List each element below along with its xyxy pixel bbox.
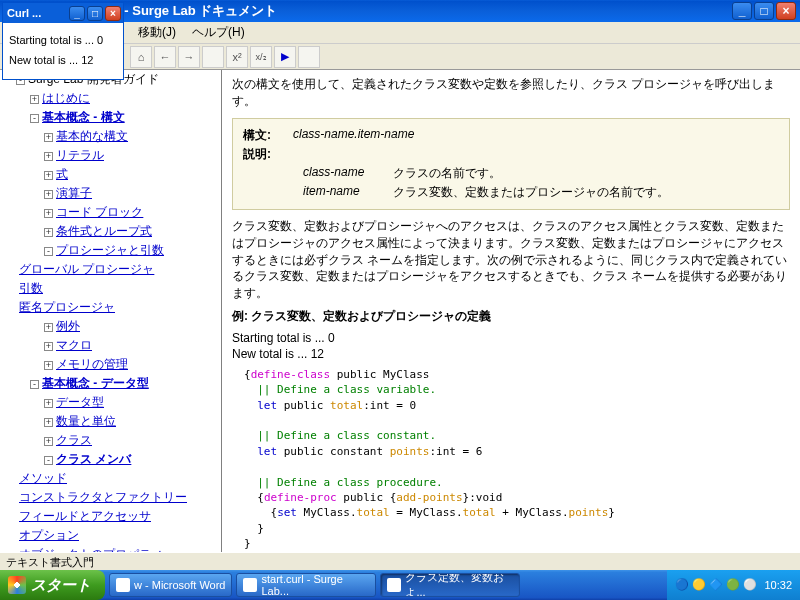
tree-item-label[interactable]: 基本概念 - 構文 (42, 110, 125, 124)
output-line-2: New total is ... 12 (232, 347, 790, 361)
tree-item[interactable]: フィールドとアクセッサ (0, 507, 221, 526)
tree-item-label[interactable]: 演算子 (56, 186, 92, 200)
tree-item-label[interactable]: リテラル (56, 148, 104, 162)
maximize-button[interactable]: □ (754, 2, 774, 20)
tree-item[interactable]: 引数 (0, 279, 221, 298)
collapse-icon[interactable]: - (44, 456, 53, 465)
minimize-button[interactable]: _ (732, 2, 752, 20)
tree-item[interactable]: -基本概念 - データ型 (0, 374, 221, 393)
tree-item[interactable]: +演算子 (0, 184, 221, 203)
tool-run-icon[interactable]: ▶ (274, 46, 296, 68)
tray-icon[interactable]: 🟢 (726, 578, 740, 592)
tree-item[interactable]: オプション (0, 526, 221, 545)
tree-item-label[interactable]: メソッド (19, 471, 67, 485)
popup-close-button[interactable]: × (105, 6, 121, 21)
tree-item-label[interactable]: 式 (56, 167, 68, 181)
expand-icon[interactable]: + (44, 418, 53, 427)
tool-extra-icon[interactable] (298, 46, 320, 68)
tree-item[interactable]: -プロシージャと引数 (0, 241, 221, 260)
tool-bigger-icon[interactable]: x² (226, 46, 248, 68)
popup-body: Starting total is ... 0 New total is ...… (3, 23, 123, 79)
document-pane[interactable]: 次の構文を使用して、定義されたクラス変数や定数を参照したり、クラス プロシージャ… (222, 70, 800, 552)
tree-item-label[interactable]: 例外 (56, 319, 80, 333)
tree-item-label[interactable]: はじめに (42, 91, 90, 105)
tree-item-label[interactable]: クラス メンバ (56, 452, 131, 466)
expand-icon[interactable]: + (44, 152, 53, 161)
clock: 10:32 (764, 579, 792, 591)
tree-item[interactable]: +数量と単位 (0, 412, 221, 431)
tree-item[interactable]: +マクロ (0, 336, 221, 355)
tray-icon[interactable]: 🟡 (692, 578, 706, 592)
tree-item[interactable]: オブジェクトのプロパティ (0, 545, 221, 552)
tree-item[interactable]: +メモリの管理 (0, 355, 221, 374)
tree-item[interactable]: +データ型 (0, 393, 221, 412)
start-button[interactable]: スタート (0, 570, 105, 600)
tree-item[interactable]: -クラス メンバ (0, 450, 221, 469)
tree-item[interactable]: メソッド (0, 469, 221, 488)
tree-item-label[interactable]: メモリの管理 (56, 357, 128, 371)
tree-item-label[interactable]: データ型 (56, 395, 104, 409)
tree-item-label[interactable]: オブジェクトのプロパティ (19, 547, 163, 552)
tray-icon[interactable]: ⚪ (743, 578, 757, 592)
expand-icon[interactable]: + (44, 228, 53, 237)
tree-item-label[interactable]: 数量と単位 (56, 414, 116, 428)
expand-icon[interactable]: + (44, 133, 53, 142)
expand-icon[interactable]: + (44, 190, 53, 199)
tree-item[interactable]: +式 (0, 165, 221, 184)
tool-smaller-icon[interactable]: x/₂ (250, 46, 272, 68)
tree-item[interactable]: +条件式とループ式 (0, 222, 221, 241)
tool-back-icon[interactable]: ← (154, 46, 176, 68)
expand-icon[interactable]: + (44, 437, 53, 446)
close-button[interactable]: × (776, 2, 796, 20)
collapse-icon[interactable]: - (30, 380, 39, 389)
tool-home-icon[interactable]: ⌂ (130, 46, 152, 68)
tree-item[interactable]: -基本概念 - 構文 (0, 108, 221, 127)
tree-item[interactable]: +リテラル (0, 146, 221, 165)
tree-item-label[interactable]: 基本的な構文 (56, 129, 128, 143)
tray-icon[interactable]: 🔷 (709, 578, 723, 592)
popup-maximize-button[interactable]: □ (87, 6, 103, 21)
tree-item-label[interactable]: プロシージャと引数 (56, 243, 164, 257)
tree-item-label[interactable]: オプション (19, 528, 79, 542)
tree-item[interactable]: 匿名プロシージャ (0, 298, 221, 317)
tree-item-label[interactable]: コード ブロック (56, 205, 143, 219)
sidebar-tree[interactable]: -Surge Lab 開発者ガイド+はじめに-基本概念 - 構文+基本的な構文+… (0, 70, 222, 552)
tree-item-label[interactable]: コンストラクタとファクトリー (19, 490, 187, 504)
tree-item-label[interactable]: クラス (56, 433, 92, 447)
expand-icon[interactable]: + (44, 209, 53, 218)
tree-item[interactable]: +はじめに (0, 89, 221, 108)
expand-icon[interactable]: + (44, 342, 53, 351)
popup-titlebar[interactable]: Curl ... _ □ × (3, 3, 123, 23)
tool-forward-icon[interactable]: → (178, 46, 200, 68)
tree-item-label[interactable]: 基本概念 - データ型 (42, 376, 149, 390)
tree-item[interactable]: コンストラクタとファクトリー (0, 488, 221, 507)
popup-window[interactable]: Curl ... _ □ × Starting total is ... 0 N… (2, 2, 124, 80)
tree-item[interactable]: +コード ブロック (0, 203, 221, 222)
expand-icon[interactable]: + (44, 323, 53, 332)
tree-item[interactable]: グローバル プロシージャ (0, 260, 221, 279)
collapse-icon[interactable]: - (44, 247, 53, 256)
tree-item-label[interactable]: マクロ (56, 338, 92, 352)
tree-item[interactable]: +基本的な構文 (0, 127, 221, 146)
expand-icon[interactable]: + (44, 399, 53, 408)
system-tray[interactable]: 🔵 🟡 🔷 🟢 ⚪ 10:32 (667, 570, 800, 600)
tree-item[interactable]: +例外 (0, 317, 221, 336)
taskbar-button[interactable]: w - Microsoft Word (109, 573, 232, 597)
tree-item[interactable]: +クラス (0, 431, 221, 450)
popup-minimize-button[interactable]: _ (69, 6, 85, 21)
taskbar-button[interactable]: クラス定数、変数およ... (380, 573, 520, 597)
tree-item-label[interactable]: 引数 (19, 281, 43, 295)
expand-icon[interactable]: + (30, 95, 39, 104)
menu-help[interactable]: ヘルプ(H) (184, 24, 253, 41)
tree-item-label[interactable]: 条件式とループ式 (56, 224, 152, 238)
expand-icon[interactable]: + (44, 171, 53, 180)
menu-go[interactable]: 移動(J) (130, 24, 184, 41)
tray-icon[interactable]: 🔵 (675, 578, 689, 592)
tree-item-label[interactable]: グローバル プロシージャ (19, 262, 154, 276)
tree-item-label[interactable]: フィールドとアクセッサ (19, 509, 151, 523)
taskbar-button[interactable]: start.curl - Surge Lab... (236, 573, 376, 597)
expand-icon[interactable]: + (44, 361, 53, 370)
collapse-icon[interactable]: - (30, 114, 39, 123)
tree-item-label[interactable]: 匿名プロシージャ (19, 300, 115, 314)
desc-label: 説明: (243, 146, 293, 163)
